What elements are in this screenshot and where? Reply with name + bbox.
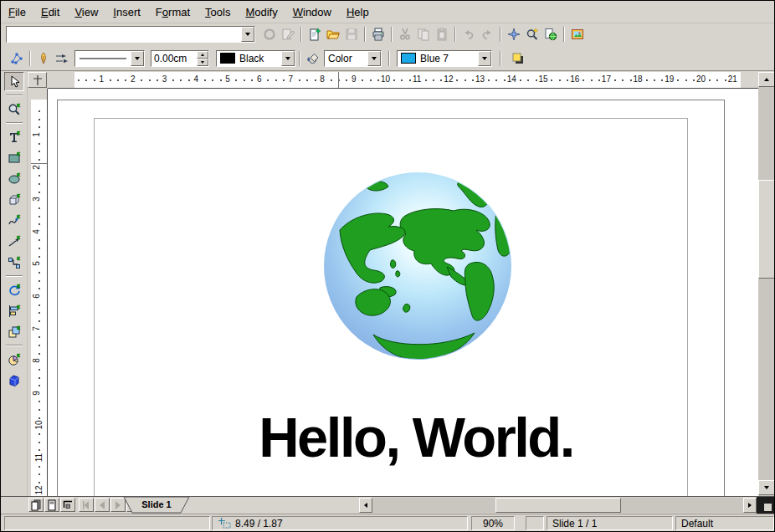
url-input[interactable] [10, 28, 238, 41]
zoom-icon[interactable] [523, 25, 541, 43]
master-view-button [45, 499, 59, 512]
url-combobox[interactable] [6, 26, 255, 43]
globe-image[interactable] [321, 170, 514, 362]
hruler-number: 21 [728, 74, 737, 84]
menu-item-window[interactable]: Window [285, 3, 339, 21]
connector-tool[interactable] [4, 253, 24, 272]
first-slide-button[interactable] [79, 498, 94, 512]
fill-type-combobox[interactable]: Color [324, 50, 382, 67]
text-tool[interactable] [4, 127, 24, 146]
stop-icon[interactable] [260, 25, 279, 43]
open-icon[interactable] [324, 25, 342, 43]
menu-item-file[interactable]: File [1, 3, 33, 21]
vertical-scrollbar[interactable] [758, 72, 775, 496]
ruler-origin-button[interactable] [28, 72, 47, 88]
3d-controller-tool[interactable] [4, 371, 24, 390]
slide-title-text[interactable]: Hello, World. [198, 408, 634, 467]
previous-slide-button[interactable] [95, 498, 110, 512]
undo-icon [462, 28, 475, 41]
hruler-number: 1 [99, 74, 104, 84]
3d-objects-tool [8, 193, 21, 207]
toolbar-separator [563, 27, 565, 42]
spin-up-icon[interactable] [197, 51, 208, 59]
alignment-tool[interactable] [4, 301, 24, 320]
3d-objects-tool[interactable] [4, 190, 24, 209]
gallery-icon[interactable] [568, 25, 587, 43]
master-view-button[interactable] [44, 498, 59, 512]
chevron-down-icon[interactable] [131, 51, 144, 66]
function-toolbar [1, 23, 774, 46]
menu-item-modify[interactable]: Modify [238, 3, 285, 21]
menu-item-view[interactable]: View [67, 3, 105, 21]
copy-icon[interactable] [414, 25, 433, 43]
toolbar-separator [6, 122, 23, 124]
menu-item-format[interactable]: Format [148, 3, 198, 21]
vruler-pointer [31, 163, 47, 164]
slide-view-button[interactable] [28, 498, 44, 512]
connector-tool [8, 256, 21, 269]
chevron-down-icon[interactable] [478, 51, 491, 66]
vertical-scrollbar-thumb[interactable] [758, 180, 775, 279]
paste-icon[interactable] [433, 25, 451, 43]
edit-points-icon[interactable] [8, 49, 26, 68]
menu-item-edit[interactable]: Edit [33, 3, 67, 21]
insert-tool[interactable] [4, 350, 24, 369]
hruler-number: 12 [444, 74, 453, 84]
line-width-input[interactable] [151, 51, 197, 66]
hyperlink-icon[interactable] [541, 25, 560, 43]
slide-canvas[interactable]: Hello, World. [48, 89, 758, 496]
spin-down-icon[interactable] [197, 59, 208, 66]
line-color-combobox[interactable]: Black [216, 50, 295, 67]
navigator-icon[interactable] [505, 25, 523, 43]
rectangle-tool[interactable] [4, 148, 24, 167]
edit-file-icon[interactable] [279, 25, 297, 43]
fill-color-combobox[interactable]: Blue 7 [397, 50, 492, 67]
redo-icon[interactable] [478, 25, 496, 43]
status-bar: 8.49 / 1.8790%Slide 1 / 1Default [1, 514, 774, 532]
arrow-style-icon[interactable] [53, 49, 71, 68]
vruler-number: 6 [32, 294, 41, 299]
status-style[interactable]: Default [675, 516, 774, 530]
chevron-down-icon[interactable] [367, 51, 381, 66]
menu-item-insert[interactable]: Insert [105, 3, 148, 21]
scroll-left-button[interactable] [359, 498, 372, 513]
arrow-style-icon [55, 52, 69, 65]
layer-view-button[interactable] [60, 498, 75, 512]
scroll-up-button[interactable] [758, 72, 775, 87]
horizontal-scrollbar-thumb[interactable] [495, 498, 621, 513]
lines-arrows-tool[interactable] [4, 232, 24, 251]
menu-item-tools[interactable]: Tools [198, 3, 238, 21]
line-width-spinner[interactable] [151, 50, 209, 67]
horizontal-ruler[interactable]: 123456789101112131415161718192021 [48, 72, 758, 89]
scroll-right-button[interactable] [743, 498, 757, 513]
resize-corner[interactable] [757, 497, 774, 514]
new-document-icon[interactable] [305, 25, 324, 43]
status-position[interactable]: 8.49 / 1.87 [212, 516, 468, 530]
zoom-tool[interactable] [4, 100, 24, 119]
ellipse-tool[interactable] [4, 169, 24, 188]
curve-tool[interactable] [4, 211, 24, 230]
toolbar-separator [364, 27, 366, 42]
horizontal-scrollbar[interactable] [359, 498, 757, 513]
chevron-down-icon[interactable] [241, 27, 254, 42]
status-slide[interactable]: Slide 1 / 1 [547, 516, 673, 530]
menu-item-help[interactable]: Help [339, 3, 377, 21]
shadow-icon[interactable] [509, 49, 527, 68]
scroll-down-button[interactable] [758, 480, 775, 495]
vertical-ruler[interactable]: 123456789101112 [31, 89, 48, 496]
select-tool[interactable] [4, 72, 24, 91]
rotate-tool[interactable] [4, 280, 24, 299]
line-color-label: Black [239, 53, 264, 64]
pen-icon[interactable] [34, 49, 53, 68]
print-icon[interactable] [369, 25, 388, 43]
save-icon[interactable] [342, 25, 361, 43]
arrange-tool[interactable] [4, 322, 24, 341]
curve-tool [8, 214, 21, 228]
slide-tab[interactable]: Slide 1 [123, 497, 190, 514]
undo-icon[interactable] [459, 25, 478, 43]
chevron-down-icon[interactable] [281, 51, 295, 66]
area-style-icon[interactable] [304, 49, 322, 68]
status-zoom[interactable]: 90% [471, 516, 515, 530]
line-style-combobox[interactable] [74, 50, 145, 67]
cut-icon[interactable] [396, 25, 414, 43]
